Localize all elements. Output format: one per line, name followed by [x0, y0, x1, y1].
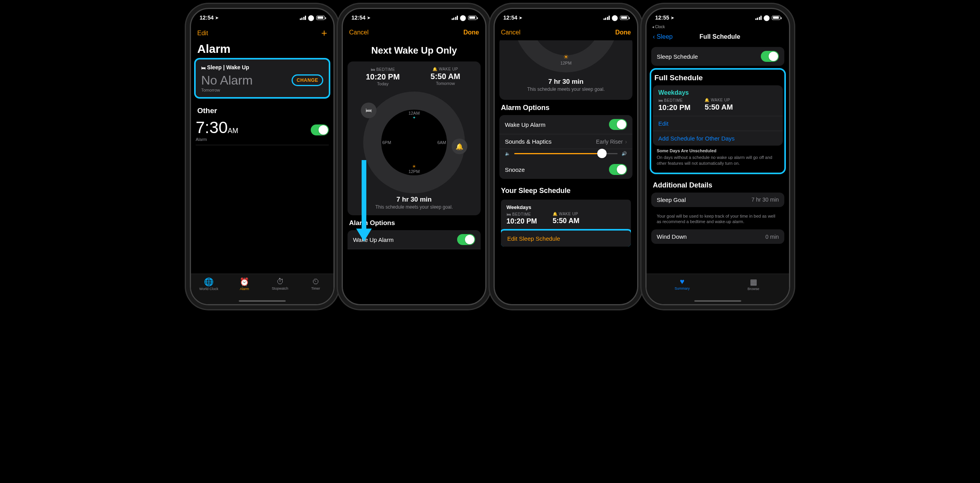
nav-bar: Cancel Done [343, 25, 485, 40]
status-time: 12:55 [655, 14, 669, 21]
dial-summary-card: ☀ 12PM 7 hr 30 min This schedule meets y… [499, 40, 632, 100]
bed-icon: 🛏 [201, 65, 205, 70]
sleep-wake-label: Sleep | Wake Up [207, 64, 249, 70]
location-icon: ➤ [215, 16, 218, 20]
weekdays-row[interactable]: Weekdays 🛏 BEDTIME 10:20 PM 🔔 WAKE UP 5:… [501, 200, 631, 231]
page-title: Alarm [196, 41, 329, 59]
grid-icon: ▦ [718, 277, 789, 287]
snooze-toggle[interactable] [609, 164, 627, 175]
nav-bar: ‹ Sleep Full Schedule [647, 29, 789, 45]
weekdays-label: Weekdays [658, 89, 777, 96]
stopwatch-icon: ⏱ [262, 277, 298, 286]
wake-alarm-toggle[interactable] [609, 119, 627, 130]
page-title: Full Schedule [673, 33, 767, 40]
alarm-time[interactable]: 7:30AM [196, 118, 238, 137]
heart-icon: ♥ [647, 277, 718, 286]
home-indicator[interactable] [239, 300, 286, 302]
alarm-toggle[interactable] [311, 124, 329, 135]
wind-down-row[interactable]: Wind Down 0 min [651, 229, 784, 244]
sun-icon: ☀ [563, 54, 569, 60]
tomorrow-label: Tomorrow [201, 88, 323, 92]
edit-sleep-schedule-link[interactable]: Edit Sleep Schedule [499, 229, 632, 248]
edit-schedule-row[interactable]: Edit [653, 116, 783, 131]
signal-icon [300, 16, 306, 20]
notch [229, 9, 295, 19]
sounds-haptics-row[interactable]: Sounds & Haptics Early Riser › [499, 134, 632, 149]
add-schedule-row[interactable]: Add Schedule for Other Days [653, 131, 783, 146]
sun-icon: ☀ [412, 164, 416, 169]
sleep-schedule-toggle[interactable] [761, 51, 779, 62]
goal-met-text: This schedule meets your sleep goal. [503, 87, 629, 92]
done-button[interactable]: Done [615, 29, 631, 36]
dial-6pm: 6PM [382, 140, 391, 145]
speaker-high-icon: 🔊 [622, 151, 627, 156]
sleep-dial[interactable]: 12AM✦ 6AM ☀12PM 6PM 🛏 🔔 [363, 92, 465, 193]
tab-bar: 🌐World Clock ⏰Alarm ⏱Stopwatch ⏲Timer [191, 274, 333, 304]
sleep-goal-row[interactable]: Sleep Goal 7 hr 30 min [651, 193, 784, 207]
notch [533, 9, 599, 19]
wakeup-knob[interactable]: 🔔 [452, 139, 467, 154]
full-schedule-header: Full Schedule [651, 70, 784, 85]
your-sleep-schedule-header: Your Sleep Schedule [499, 183, 632, 198]
page-title: Next Wake Up Only [348, 45, 481, 56]
nav-bar: Edit + [191, 25, 333, 41]
additional-details-header: Additional Details [651, 177, 784, 193]
status-time: 12:54 [503, 14, 517, 21]
wakeup-sub: Tomorrow [414, 81, 477, 86]
breadcrumb[interactable]: ◂ Clock [647, 25, 789, 29]
dial-12pm: 12PM [409, 169, 420, 174]
wakeup-label: WAKE UP [439, 67, 458, 71]
bell-icon: 🔔 [432, 67, 438, 71]
battery-icon [772, 16, 780, 20]
location-icon: ➤ [367, 16, 370, 20]
unscheduled-note: Some Days Are Unscheduled On days withou… [651, 146, 784, 171]
arrow-down-annotation [356, 160, 372, 242]
phone-2-next-wakeup: 12:54➤ ⬤ Cancel Done Next Wake Up Only 🛏… [342, 8, 486, 305]
alarm-options-header: Alarm Options [499, 100, 632, 115]
weekdays-schedule-row[interactable]: Weekdays 🛏 BEDTIME 10:20 PM 🔔 WAKE UP 5:… [653, 85, 783, 116]
cancel-button[interactable]: Cancel [349, 29, 369, 36]
notch [381, 9, 447, 19]
tab-world-clock[interactable]: 🌐World Clock [191, 276, 227, 304]
volume-slider[interactable] [514, 153, 618, 154]
tab-timer[interactable]: ⏲Timer [298, 276, 333, 304]
change-button[interactable]: CHANGE [292, 74, 323, 86]
nav-bar: Cancel Done [495, 25, 637, 40]
bell-icon: 🔔 [553, 212, 558, 216]
sleep-wake-card[interactable]: 🛏 Sleep | Wake Up No Alarm CHANGE Tomorr… [196, 59, 329, 97]
dial-12pm: 12PM [560, 61, 572, 65]
sleep-dial-partial[interactable]: ☀ 12PM [513, 40, 619, 72]
battery-icon [468, 16, 477, 20]
battery-icon [620, 16, 629, 20]
wakeup-value: 5:50 AM [553, 217, 579, 225]
edit-button[interactable]: Edit [197, 30, 208, 37]
add-alarm-button[interactable]: + [321, 27, 327, 39]
alarm-label: Alarm [196, 137, 238, 142]
dial-12am: 12AM [409, 111, 420, 115]
bedtime-sub: Today [351, 81, 414, 86]
sleep-schedule-row[interactable]: Sleep Schedule [651, 47, 784, 66]
bed-icon: 🛏 [506, 212, 511, 216]
home-indicator[interactable] [694, 300, 741, 302]
wifi-icon: ⬤ [612, 14, 618, 21]
weekdays-label: Weekdays [506, 204, 625, 212]
back-button[interactable]: ‹ Sleep [653, 33, 673, 40]
snooze-row[interactable]: Snooze [499, 160, 632, 179]
wake-alarm-toggle[interactable] [457, 234, 475, 245]
bedtime-value: 10:20 PM [351, 72, 414, 81]
cancel-button[interactable]: Cancel [501, 29, 521, 36]
wifi-icon: ⬤ [764, 14, 770, 21]
bedtime-value: 10:20 PM [658, 103, 690, 112]
done-button[interactable]: Done [463, 29, 479, 36]
bedtime-knob[interactable]: 🛏 [361, 103, 377, 118]
other-section-header: Other [196, 103, 329, 118]
status-time: 12:54 [351, 14, 366, 21]
signal-icon [755, 16, 762, 20]
timer-icon: ⏲ [298, 277, 333, 286]
chevron-right-icon: › [625, 139, 627, 145]
wake-alarm-row[interactable]: Wake Up Alarm [499, 115, 632, 134]
schedule-card: Weekdays 🛏 BEDTIME 10:20 PM 🔔 WAKE UP 5:… [499, 198, 632, 248]
wakeup-value: 5:50 AM [704, 103, 733, 112]
svg-marker-1 [356, 229, 372, 242]
bed-icon: 🛏 [658, 98, 663, 103]
